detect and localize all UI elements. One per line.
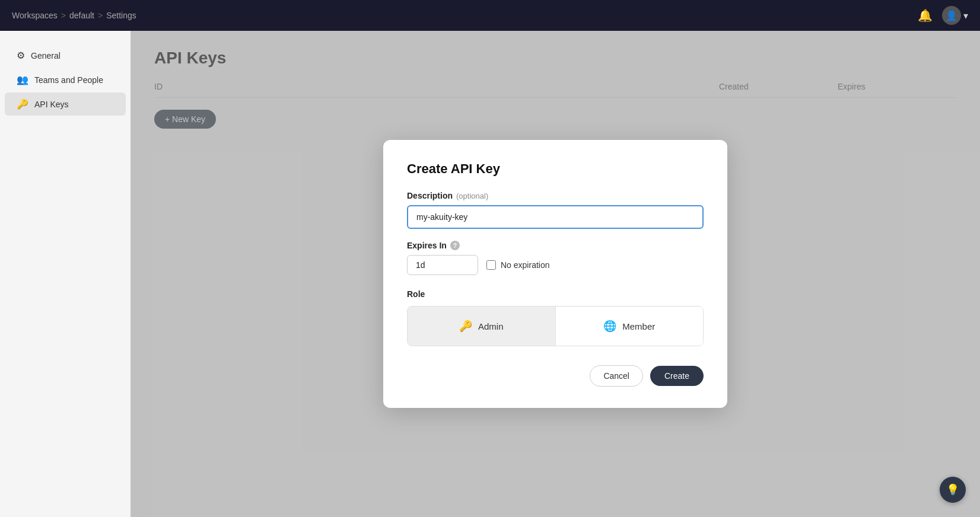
breadcrumb-default[interactable]: default [69,11,94,20]
gear-icon: ⚙ [17,50,25,61]
sidebar: ⚙ General 👥 Teams and People 🔑 API Keys [0,31,131,517]
breadcrumb-sep-1: > [61,11,66,20]
sidebar-item-general[interactable]: ⚙ General [5,44,126,67]
create-button[interactable]: Create [650,366,704,386]
help-fab-button[interactable]: 💡 [940,477,966,503]
people-icon: 👥 [17,74,28,85]
lightbulb-icon: 💡 [946,483,959,496]
expires-help-icon[interactable]: ? [450,241,460,250]
description-optional: (optional) [456,192,488,200]
expires-label: Expires In ? [407,241,704,250]
notifications-bell-icon[interactable]: 🔔 [918,8,933,23]
sidebar-item-general-label: General [31,51,61,60]
role-member-button[interactable]: 🌐 Member [556,307,704,346]
sidebar-item-teams-label: Teams and People [34,75,103,85]
modal-footer: Cancel Create [407,365,704,387]
main-layout: ⚙ General 👥 Teams and People 🔑 API Keys … [0,31,980,517]
description-label: Description (optional) [407,191,704,200]
user-avatar-button[interactable]: 👤 ▾ [942,6,968,25]
main-content: API Keys ID Created Expires + New Key Cr… [131,31,980,517]
modal-overlay: Create API Key Description (optional) Ex… [131,31,980,517]
admin-key-icon: 🔑 [459,320,472,333]
role-member-label: Member [622,321,655,331]
sidebar-item-apikeys-label: API Keys [34,100,69,109]
modal-title: Create API Key [407,161,704,177]
cancel-button[interactable]: Cancel [590,365,643,387]
sidebar-item-api-keys[interactable]: 🔑 API Keys [5,92,126,116]
no-expiration-label[interactable]: No expiration [486,260,550,270]
avatar: 👤 [942,6,961,25]
no-expiration-checkbox[interactable] [486,260,496,270]
key-icon: 🔑 [17,98,28,110]
role-options: 🔑 Admin 🌐 Member [407,306,704,346]
sidebar-item-teams-people[interactable]: 👥 Teams and People [5,68,126,91]
role-admin-label: Admin [478,321,504,331]
role-label: Role [407,289,704,299]
breadcrumb-settings[interactable]: Settings [106,11,136,20]
nav-right: 🔔 👤 ▾ [918,6,968,25]
breadcrumb: Workspaces > default > Settings [12,11,136,20]
expires-row: No expiration [407,255,704,275]
breadcrumb-workspaces[interactable]: Workspaces [12,11,58,20]
expires-input[interactable] [407,255,478,275]
breadcrumb-sep-2: > [98,11,103,20]
create-api-key-modal: Create API Key Description (optional) Ex… [383,140,727,408]
member-globe-icon: 🌐 [603,320,616,333]
description-input[interactable] [407,205,704,229]
chevron-down-icon: ▾ [963,10,968,21]
role-admin-button[interactable]: 🔑 Admin [408,307,556,346]
top-nav: Workspaces > default > Settings 🔔 👤 ▾ [0,0,980,31]
